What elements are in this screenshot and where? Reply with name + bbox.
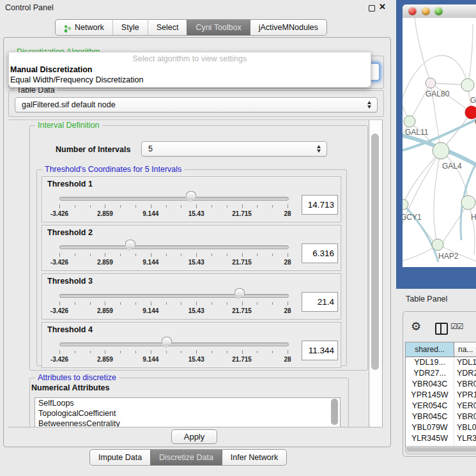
tick-label: 21.715	[232, 307, 252, 314]
threshold-value-field[interactable]: 14.713	[302, 195, 338, 215]
slider-ticks	[59, 350, 288, 355]
close-traffic-light[interactable]	[408, 7, 417, 15]
slider-thumb[interactable]	[161, 337, 172, 344]
slider-thumb[interactable]	[125, 240, 135, 247]
network-canvas[interactable]: GAL80GACGAL11GAL4GCY1HHAP2	[403, 18, 476, 267]
network-node-gal80[interactable]	[426, 78, 436, 88]
tab[interactable]: Infer Network	[222, 450, 286, 465]
cell-name: YBL079W	[454, 422, 476, 433]
list-item[interactable]: TopologicalCoefficient	[35, 408, 340, 418]
tick-label: -3.426	[50, 307, 68, 314]
network-svg: GAL80GACGAL11GAL4GCY1HHAP2	[403, 18, 476, 267]
columns-icon[interactable]	[435, 323, 448, 335]
table-row[interactable]: YBR043C YBR043C	[406, 379, 476, 390]
dropdown-option[interactable]: Manual Discretization	[10, 65, 93, 74]
network-edge[interactable]	[434, 151, 441, 245]
gear-icon[interactable]: ⚙	[411, 319, 421, 334]
number-of-intervals-combobox[interactable]: 5	[141, 141, 327, 157]
network-edge[interactable]	[410, 83, 431, 121]
tab[interactable]: Style	[112, 20, 148, 35]
cell-name: YPR145W	[454, 390, 476, 401]
network-node-h[interactable]	[461, 196, 475, 210]
cell-shared-name: YER054C	[406, 401, 454, 411]
table-row[interactable]: YPR145W YPR145W	[406, 390, 476, 401]
list-item[interactable]: BetweennessCentrality	[35, 418, 340, 427]
scrollbar-thumb[interactable]	[406, 447, 476, 452]
slider-tick-labels: -3.4262.8599.14415.4321.71528	[59, 259, 288, 266]
tick-mark	[196, 302, 197, 305]
slider-tick-labels: -3.4262.8599.14415.4321.71528	[59, 210, 288, 218]
table-row[interactable]: YLR345W YLR345W	[406, 433, 476, 444]
group-label: Threshold's Coordinates for 5 Intervals	[42, 165, 184, 174]
tab[interactable]: jActiveMNodules	[250, 20, 326, 35]
cyni-toolbox-panel: Discretization Algorithm Select algorith…	[3, 37, 391, 447]
tick-mark	[272, 302, 273, 305]
table-row[interactable]: YBL079W YBL079W	[406, 422, 476, 433]
tab[interactable]: Cyni Toolbox	[187, 20, 249, 35]
apply-button[interactable]: Apply	[171, 429, 217, 444]
tick-mark	[90, 205, 91, 208]
column-header-shared-name[interactable]: shared...	[406, 342, 454, 357]
threshold-value-field[interactable]: 21.4	[302, 292, 338, 312]
tab-label: Impute Data	[98, 450, 142, 465]
tick-mark	[90, 351, 91, 353]
scrollbar-thumb[interactable]	[371, 134, 379, 370]
tab-label: Discretize Data	[159, 450, 213, 465]
column-header-name[interactable]: na...	[454, 342, 476, 357]
tick-label: 28	[284, 259, 291, 266]
table-row[interactable]: YDR27... YDR27...	[406, 368, 476, 379]
tick-mark	[211, 205, 212, 208]
table-row[interactable]: YER054C YER054C	[406, 401, 476, 411]
tick-mark	[242, 302, 243, 305]
tick-mark	[120, 302, 121, 305]
tick-mark	[59, 302, 60, 305]
tick-label: 15.43	[188, 307, 204, 314]
vertical-scrollbar[interactable]	[369, 120, 383, 427]
tick-mark	[242, 253, 243, 257]
tick-mark	[166, 205, 167, 208]
tick-label: 15.43	[188, 356, 204, 363]
tick-label: 28	[284, 210, 291, 217]
network-edge[interactable]	[403, 151, 441, 204]
cell-name: YLR345W	[454, 433, 476, 444]
network-window: GAL80GACGAL11GAL4GCY1HHAP2	[403, 4, 476, 267]
zoom-traffic-light[interactable]	[434, 7, 443, 15]
table-row[interactable]: YBR045C YBR045C	[406, 411, 476, 422]
tick-mark	[166, 351, 167, 353]
network-edge[interactable]	[414, 18, 431, 83]
cell-shared-name: YDR27...	[406, 368, 454, 379]
network-node-gal4[interactable]	[433, 142, 449, 159]
dropdown-option[interactable]: Equal Width/Frequency Discretization	[10, 75, 143, 84]
tab[interactable]: Discretize Data	[150, 450, 222, 465]
threshold-value-field[interactable]: 11.344	[302, 341, 338, 360]
network-edge[interactable]	[468, 203, 475, 254]
tab[interactable]: Impute Data	[90, 450, 150, 465]
tab-label: Infer Network	[231, 450, 278, 465]
network-window-titlebar[interactable]	[403, 4, 476, 19]
network-node-gal11[interactable]	[404, 116, 415, 127]
minimize-traffic-light[interactable]	[422, 7, 430, 15]
network-edge[interactable]	[468, 24, 473, 85]
threshold-value-field[interactable]: 6.316	[302, 243, 338, 263]
tick-mark	[257, 302, 257, 305]
threshold-panel: Threshold 2 -3.4262.8599.14415.4321.7152…	[42, 225, 341, 271]
table-data-combobox[interactable]: galFiltered.sif default node	[15, 97, 378, 112]
network-node-ga[interactable]	[461, 79, 474, 91]
tab[interactable]: Select	[148, 20, 187, 35]
tab[interactable]: Network	[56, 20, 112, 35]
float-icon[interactable]	[369, 5, 375, 12]
horizontal-scrollbar[interactable]	[405, 446, 476, 454]
algorithm-dropdown-popup: Select algorithm to view settings Manual…	[8, 52, 371, 88]
close-icon[interactable]: ✕	[379, 2, 386, 12]
checkboxes-icon[interactable]: ☑☑	[450, 322, 463, 331]
list-item[interactable]: SelfLoops	[35, 398, 340, 408]
network-node-c[interactable]	[465, 106, 476, 119]
slider-thumb[interactable]	[234, 288, 245, 296]
network-node-hap2[interactable]	[432, 239, 443, 250]
table-row[interactable]: YDL19... YDL19...	[406, 357, 476, 368]
slider-thumb[interactable]	[186, 191, 197, 199]
dropdown-hint-item[interactable]: Select algorithm to view settings	[9, 54, 371, 63]
tick-label: 21.715	[232, 356, 252, 363]
list-scrollbar-thumb[interactable]	[331, 399, 338, 425]
threshold-label: Threshold 4	[47, 325, 93, 334]
